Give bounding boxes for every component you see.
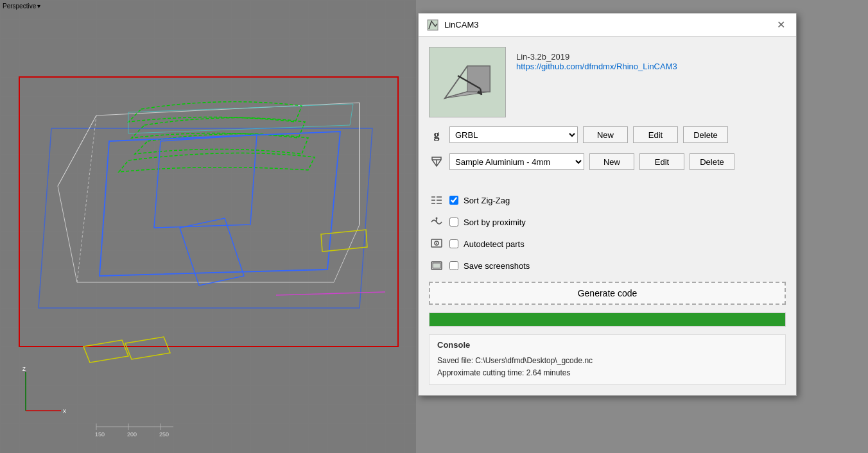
perspective-label: Perspective ▾ [3, 3, 40, 10]
autodetect-icon [429, 236, 444, 252]
save-screenshots-label: Save screenshots [464, 261, 530, 271]
svg-text:z: z [22, 365, 26, 372]
autodetect-parts-checkbox[interactable] [449, 239, 458, 248]
post-processor-delete-button[interactable]: Delete [683, 126, 728, 143]
perspective-text: Perspective [3, 3, 36, 10]
gcode-icon: g [429, 127, 444, 142]
console-header: Console [437, 340, 777, 350]
svg-text:x: x [63, 407, 66, 415]
console-section: Console Saved file: C:\Users\dfmd\Deskto… [429, 334, 786, 385]
dialog-titlebar: LinCAM3 ✕ [419, 13, 796, 37]
logo-svg [435, 53, 499, 111]
material-delete-button[interactable]: Delete [690, 153, 734, 170]
post-processor-edit-button[interactable]: Edit [633, 126, 678, 143]
proximity-icon [429, 214, 444, 230]
close-button[interactable]: ✕ [773, 17, 788, 33]
3d-scene: x z 150 200 250 [0, 0, 416, 453]
material-icon [429, 154, 444, 169]
svg-text:250: 250 [159, 431, 169, 438]
svg-text:200: 200 [127, 431, 137, 438]
version-info: Lin-3.2b_2019 https://github.com/dfmdmx/… [516, 47, 677, 71]
version-text: Lin-3.2b_2019 [516, 52, 677, 62]
progress-bar-container [429, 312, 786, 327]
post-processor-row: g GRBL Mach3 LinuxCNC New Edit Delete [429, 125, 786, 144]
save-screenshots-checkbox[interactable] [449, 261, 458, 270]
sort-proximity-checkbox[interactable] [449, 218, 458, 226]
post-processor-select[interactable]: GRBL Mach3 LinuxCNC [449, 126, 578, 143]
post-processor-new-button[interactable]: New [583, 126, 628, 143]
options-section: Sort Zig-Zag Sort by proximity [429, 192, 786, 274]
autodetect-parts-label: Autodetect parts [464, 239, 525, 249]
github-link[interactable]: https://github.com/dfmdmx/Rhino_LinCAM3 [516, 62, 677, 71]
dialog-title-left: LinCAM3 [426, 19, 478, 31]
sort-proximity-row: Sort by proximity [429, 214, 786, 230]
material-edit-button[interactable]: Edit [639, 153, 684, 170]
tool-icon-svg [430, 155, 444, 169]
material-new-button[interactable]: New [589, 153, 634, 170]
sort-zigzag-label: Sort Zig-Zag [464, 196, 510, 205]
svg-text:150: 150 [95, 431, 105, 438]
screenshot-icon [429, 258, 444, 273]
svg-point-30 [436, 218, 438, 219]
sort-zigzag-checkbox[interactable] [449, 196, 458, 205]
dialog-title-text: LinCAM3 [444, 20, 478, 30]
top-section: Lin-3.2b_2019 https://github.com/dfmdmx/… [429, 47, 786, 117]
save-screenshots-row: Save screenshots [429, 257, 786, 274]
viewport: Perspective ▾ [0, 0, 416, 453]
dropdown-arrow[interactable]: ▾ [37, 3, 40, 10]
lincam3-dialog: LinCAM3 ✕ Lin-3.2b_2 [418, 13, 797, 396]
svg-point-33 [436, 243, 437, 244]
generate-code-button[interactable]: Generate code [429, 282, 786, 305]
material-row: Sample Aluminium - 4mm Sample Steel - 2m… [429, 152, 786, 171]
console-line-2: Approximate cutting time: 2.64 minutes [437, 367, 777, 379]
autodetect-parts-row: Autodetect parts [429, 235, 786, 252]
sort-proximity-label: Sort by proximity [464, 218, 526, 227]
zigzag-icon [429, 192, 444, 208]
separator [429, 179, 786, 184]
svg-rect-36 [433, 264, 440, 268]
logo-box [429, 47, 506, 117]
svg-rect-1 [0, 0, 416, 453]
lincam3-title-icon [426, 19, 439, 31]
progress-bar-fill [430, 313, 785, 326]
sort-zigzag-row: Sort Zig-Zag [429, 192, 786, 209]
console-line-1: Saved file: C:\Users\dfmd\Desktop\_gcode… [437, 355, 777, 367]
dialog-body: Lin-3.2b_2019 https://github.com/dfmdmx/… [419, 37, 796, 395]
material-select[interactable]: Sample Aluminium - 4mm Sample Steel - 2m… [449, 153, 584, 170]
